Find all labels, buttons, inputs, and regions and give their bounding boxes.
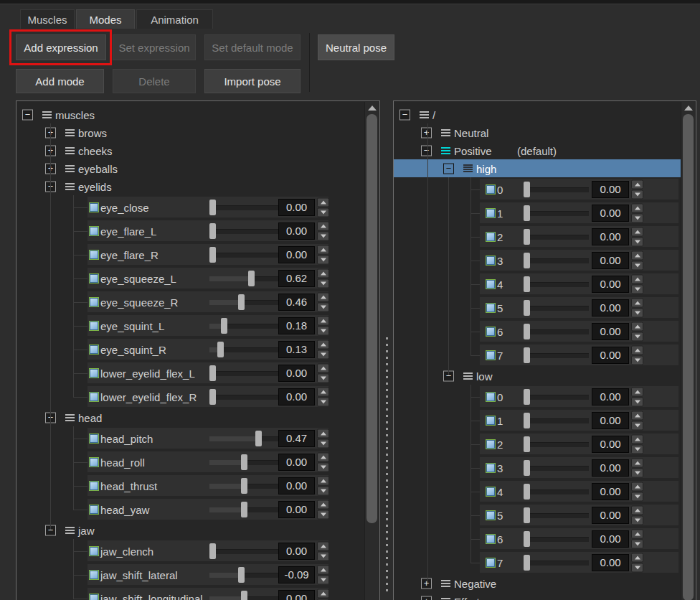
spin-value-field[interactable]: 0.00 (592, 388, 629, 406)
muscle-checkbox[interactable] (89, 457, 99, 467)
value-slider[interactable] (209, 567, 278, 583)
value-slider[interactable] (524, 276, 589, 292)
tree-row-lower-eyelid-flex-r[interactable]: lower_eyelid_flex_R0.00 (16, 385, 364, 408)
muscle-checkbox[interactable] (486, 303, 496, 313)
tree-row-neutral[interactable]: +Neutral (394, 123, 681, 141)
tree-row-1[interactable]: 10.00 (394, 201, 681, 225)
tree-row-3[interactable]: 30.00 (394, 248, 681, 272)
muscle-checkbox[interactable] (89, 392, 99, 402)
slider-handle[interactable] (248, 271, 255, 286)
spin-up-button[interactable] (317, 589, 329, 598)
spin-up-button[interactable] (631, 298, 643, 307)
value-slider[interactable] (524, 229, 589, 245)
left-scrollbar[interactable] (364, 102, 379, 600)
muscle-checkbox[interactable] (486, 392, 496, 402)
spin-down-button[interactable] (631, 237, 643, 246)
slider-handle[interactable] (209, 543, 216, 559)
spin-up-button[interactable] (631, 529, 643, 538)
muscle-checkbox[interactable] (89, 481, 99, 491)
tree-row-low[interactable]: −low (394, 367, 681, 385)
tree-row-4[interactable]: 40.00 (394, 479, 681, 503)
spin-down-button[interactable] (317, 255, 329, 264)
spin-value-field[interactable]: 0.00 (278, 222, 315, 240)
value-slider[interactable] (524, 531, 589, 547)
value-slider[interactable] (209, 431, 278, 446)
spin-up-button[interactable] (317, 245, 329, 254)
tree-row-eye-close[interactable]: eye_close0.00 (16, 195, 364, 219)
tree-row-jaw-clench[interactable]: jaw_clench0.00 (16, 539, 364, 563)
spin-value-field[interactable]: 0.00 (278, 199, 315, 216)
tree-row-head-roll[interactable]: head_roll0.00 (16, 450, 364, 474)
tree-row-0[interactable]: 00.00 (394, 385, 681, 408)
muscle-checkbox[interactable] (486, 208, 496, 218)
slider-handle[interactable] (524, 484, 530, 500)
tree-row-6[interactable]: 60.00 (394, 319, 681, 343)
spin-up-button[interactable] (317, 452, 329, 461)
spin-up-button[interactable] (631, 505, 643, 515)
spin-up-button[interactable] (317, 221, 329, 230)
muscle-checkbox[interactable] (486, 463, 496, 473)
spin-down-button[interactable] (631, 421, 643, 430)
spin-value-field[interactable]: 0.00 (592, 347, 629, 364)
muscle-checkbox[interactable] (89, 594, 99, 600)
spin-value-field[interactable]: 0.00 (278, 388, 315, 406)
collapse-toggle-icon[interactable]: − (22, 109, 33, 120)
collapse-toggle-icon[interactable]: − (421, 145, 432, 156)
tree-row-head-yaw[interactable]: head_yaw0.00 (16, 497, 364, 521)
slider-handle[interactable] (238, 567, 245, 583)
value-slider[interactable] (524, 555, 589, 571)
slider-handle[interactable] (221, 318, 227, 334)
muscle-checkbox[interactable] (486, 439, 496, 449)
slider-handle[interactable] (255, 431, 262, 446)
spin-down-button[interactable] (631, 397, 643, 406)
slider-handle[interactable] (524, 205, 530, 221)
muscle-checkbox[interactable] (486, 184, 496, 194)
tree-row-jaw-shift-lateral[interactable]: jaw_shift_lateral-0.09 (16, 563, 364, 586)
slider-handle[interactable] (241, 454, 247, 470)
muscle-checkbox[interactable] (89, 297, 99, 307)
spin-up-button[interactable] (631, 179, 643, 189)
muscle-checkbox[interactable] (89, 570, 99, 580)
scroll-up-button[interactable] (681, 102, 695, 113)
spin-up-button[interactable] (317, 428, 329, 438)
tree-row-eye-squeeze-l[interactable]: eye_squeeze_L0.62 (16, 266, 364, 290)
slider-handle[interactable] (524, 436, 530, 452)
spin-value-field[interactable]: -0.09 (278, 566, 315, 583)
slider-handle[interactable] (209, 389, 216, 405)
spin-value-field[interactable]: 0.00 (592, 554, 629, 571)
tab-modes[interactable]: Modes (76, 9, 135, 29)
tab-animation[interactable]: Animation (136, 9, 213, 29)
spin-up-button[interactable] (631, 387, 643, 396)
value-slider[interactable] (209, 365, 278, 381)
spin-up-button[interactable] (631, 227, 643, 236)
tree-row-eye-flare-r[interactable]: eye_flare_R0.00 (16, 243, 364, 266)
scrollbar-thumb[interactable] (366, 114, 377, 523)
muscle-checkbox[interactable] (89, 273, 99, 283)
spin-value-field[interactable]: 0.00 (592, 483, 629, 500)
spin-value-field[interactable]: 0.00 (592, 252, 629, 269)
tree-row-eye-squint-r[interactable]: eye_squint_R0.13 (16, 337, 364, 361)
slider-handle[interactable] (524, 347, 530, 363)
muscle-checkbox[interactable] (486, 327, 496, 337)
spin-down-button[interactable] (631, 261, 643, 270)
spin-down-button[interactable] (317, 326, 329, 335)
spin-up-button[interactable] (631, 553, 643, 562)
tree-row-7[interactable]: 70.00 (394, 550, 681, 574)
spin-up-button[interactable] (317, 268, 329, 278)
muscle-checkbox[interactable] (486, 510, 496, 520)
value-slider[interactable] (209, 389, 278, 405)
value-slider[interactable] (209, 200, 278, 215)
slider-handle[interactable] (524, 389, 530, 405)
spin-down-button[interactable] (317, 510, 329, 519)
spin-value-field[interactable]: 0.47 (278, 430, 315, 447)
value-slider[interactable] (209, 271, 278, 286)
spin-value-field[interactable]: 0.00 (592, 299, 629, 317)
slider-handle[interactable] (524, 507, 530, 523)
slider-handle[interactable] (524, 555, 530, 571)
slider-handle[interactable] (209, 365, 216, 381)
add-expression-button[interactable]: Add expression (16, 34, 106, 60)
spin-value-field[interactable]: 0.00 (278, 501, 315, 518)
slider-handle[interactable] (241, 478, 247, 494)
spin-down-button[interactable] (631, 492, 643, 501)
value-slider[interactable] (524, 460, 589, 476)
